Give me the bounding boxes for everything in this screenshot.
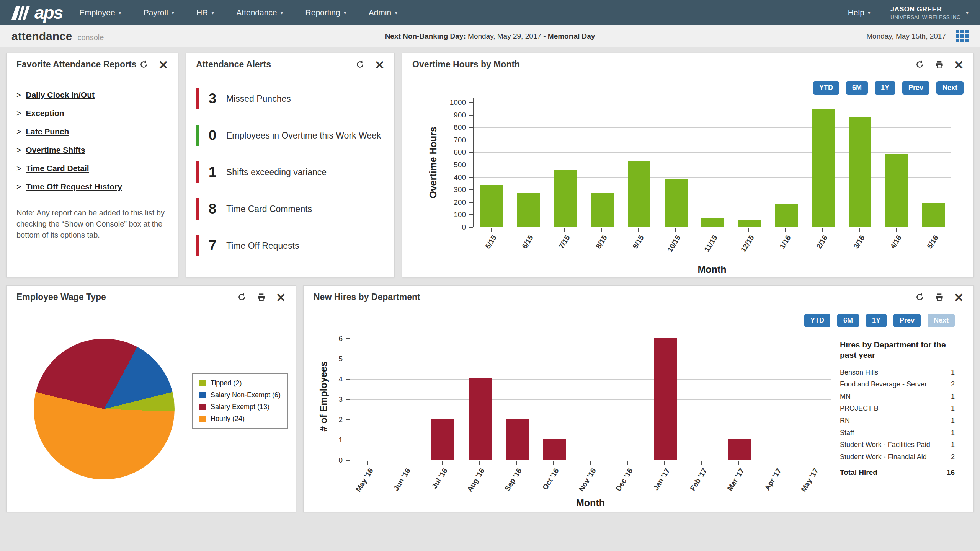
wage-type-pie-chart[interactable] — [34, 339, 175, 479]
bar-Sep '16[interactable] — [506, 419, 529, 460]
close-icon[interactable]: × — [954, 292, 964, 302]
chevron-down-icon: ▾ — [344, 10, 346, 16]
legend-swatch — [199, 392, 206, 398]
apps-grid-icon[interactable] — [956, 30, 969, 42]
print-icon[interactable] — [256, 292, 266, 302]
hires-table-row: Food and Beverage - Server2 — [840, 378, 955, 391]
bar-Jul '16[interactable] — [431, 419, 454, 460]
report-link[interactable]: Overtime Shifts — [26, 145, 85, 155]
legend-swatch — [199, 380, 206, 386]
close-icon[interactable]: × — [276, 292, 286, 302]
alert-item[interactable]: 8Time Card Comments — [196, 197, 384, 220]
alert-color-bar — [196, 198, 199, 220]
bar-Aug '16[interactable] — [469, 378, 492, 460]
print-icon[interactable] — [934, 60, 944, 69]
report-link[interactable]: Exception — [26, 109, 64, 118]
aps-logo[interactable]: aps — [11, 4, 62, 21]
hires-by-department-table: Hires by Department for the past year Be… — [840, 339, 955, 477]
alert-item[interactable]: 7Time Off Requests — [196, 234, 384, 257]
y-tick-label: 0 — [462, 223, 466, 231]
y-tick-mark — [469, 165, 473, 165]
x-tick-mark — [813, 461, 813, 465]
refresh-icon[interactable] — [915, 60, 924, 69]
bar-Jan '17[interactable] — [654, 338, 677, 460]
alert-item[interactable]: 0Employees in Overtime this Work Week — [196, 124, 384, 147]
hires-table-rows: Benson Hills1Food and Beverage - Server2… — [840, 367, 955, 463]
panel-header: Overtime Hours by Month × — [402, 53, 973, 76]
nav-item-payroll[interactable]: Payroll▾ — [144, 8, 174, 17]
hires-table-row: PROJECT B1 — [840, 403, 955, 415]
hires-table-total-row: Total Hired 16 — [840, 468, 955, 477]
x-tick-label: 3/16 — [829, 234, 866, 287]
alert-item[interactable]: 1Shifts exceeding variance — [196, 161, 384, 184]
nav-item-attendance[interactable]: Attendance▾ — [236, 8, 283, 17]
x-tick-mark — [405, 461, 405, 465]
x-tick-mark — [442, 461, 443, 465]
bar-6/15[interactable] — [517, 193, 540, 227]
nav-item-reporting[interactable]: Reporting▾ — [305, 8, 346, 17]
chart-range-buttons: YTD6M1YPrevNext — [813, 81, 964, 95]
bar-1/16[interactable] — [775, 204, 798, 227]
bar-5/16[interactable] — [922, 203, 945, 227]
chevron-down-icon: ▾ — [281, 10, 283, 16]
bar-8/15[interactable] — [591, 193, 614, 227]
refresh-icon[interactable] — [355, 60, 365, 69]
refresh-icon[interactable] — [237, 292, 247, 302]
help-label: Help — [848, 8, 864, 17]
y-axis-labels: 01002003004005006007008009001000 — [434, 98, 473, 227]
range-button-1y[interactable]: 1Y — [875, 81, 895, 95]
bar-11/15[interactable] — [701, 218, 724, 227]
bar-4/16[interactable] — [885, 154, 908, 227]
bar-Oct '16[interactable] — [543, 439, 566, 460]
y-tick-mark — [469, 115, 473, 116]
close-icon[interactable]: × — [954, 60, 964, 69]
bar-10/15[interactable] — [665, 179, 688, 227]
refresh-icon[interactable] — [139, 60, 149, 69]
legend-item: Salary Non-Exempt (6) — [199, 391, 281, 399]
new-hires-body: YTD6M1YPrevNext # of Employees 0123456 M… — [304, 308, 973, 512]
user-menu[interactable]: JASON GREER UNIVERSAL WIRELESS INC ▾ — [890, 5, 969, 20]
alert-item[interactable]: 3Missed Punches — [196, 87, 384, 110]
range-button-6m[interactable]: 6M — [837, 314, 859, 327]
alert-color-bar — [196, 125, 199, 146]
nav-item-employee[interactable]: Employee▾ — [79, 8, 121, 17]
report-link[interactable]: Time Off Request History — [26, 182, 122, 191]
y-tick-mark — [346, 338, 350, 339]
legend-label: Hourly (24) — [211, 415, 245, 423]
nav-item-hr[interactable]: HR▾ — [196, 8, 214, 17]
overtime-hours-chart: Overtime Hours 0100200300400500600700800… — [402, 76, 973, 278]
range-button-6m[interactable]: 6M — [846, 81, 868, 95]
refresh-icon[interactable] — [915, 292, 924, 302]
y-tick-label: 200 — [454, 198, 466, 207]
bar-12/15[interactable] — [738, 220, 761, 227]
range-button-prev[interactable]: Prev — [893, 314, 921, 327]
gridline — [474, 103, 951, 103]
bar-3/16[interactable] — [849, 117, 872, 227]
range-button-ytd[interactable]: YTD — [813, 81, 839, 95]
close-icon[interactable]: × — [375, 60, 384, 69]
close-icon[interactable]: × — [158, 60, 168, 69]
help-menu[interactable]: Help ▾ — [848, 8, 871, 17]
print-icon[interactable] — [934, 292, 944, 302]
nav-item-label: Reporting — [305, 8, 340, 17]
top-nav: aps Employee▾Payroll▾HR▾Attendance▾Repor… — [0, 0, 980, 25]
x-tick-mark — [638, 228, 639, 232]
range-button-1y[interactable]: 1Y — [866, 314, 887, 327]
range-button-next[interactable]: Next — [928, 314, 955, 327]
nav-item-admin[interactable]: Admin▾ — [369, 8, 398, 17]
x-tick-mark — [738, 461, 739, 465]
bar-2/16[interactable] — [812, 109, 835, 227]
bar-9/15[interactable] — [628, 161, 651, 227]
range-button-next[interactable]: Next — [936, 81, 964, 95]
department-name: PROJECT B — [840, 404, 879, 413]
report-link[interactable]: Late Punch — [26, 127, 69, 136]
range-button-prev[interactable]: Prev — [902, 81, 929, 95]
bar-5/15[interactable] — [480, 185, 503, 227]
legend-label: Salary Exempt (13) — [211, 403, 270, 411]
bar-Mar '17[interactable] — [728, 439, 751, 460]
range-button-ytd[interactable]: YTD — [804, 314, 830, 327]
report-link[interactable]: Daily Clock In/Out — [26, 90, 95, 99]
report-link[interactable]: Time Card Detail — [26, 164, 89, 173]
x-tick-mark — [712, 228, 712, 232]
bar-7/15[interactable] — [554, 170, 577, 227]
